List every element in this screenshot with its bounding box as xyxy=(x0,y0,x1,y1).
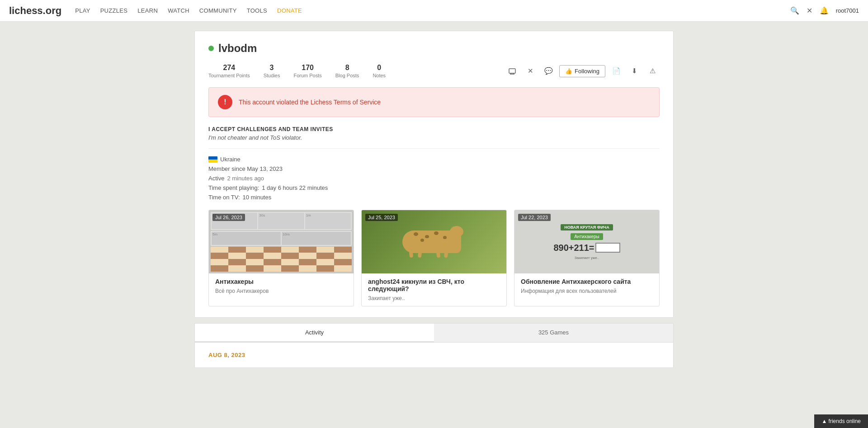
blog-post-card-post-1[interactable]: 15s 30s 1m 5m 10m Jul 26, 2023 Антихакер… xyxy=(208,210,354,306)
svg-rect-0 xyxy=(509,69,515,73)
active-row: Active 2 minutes ago xyxy=(208,175,660,182)
stats-actions: ✕ 💬 👍 Following 📄 ⬇ ⚠ xyxy=(505,64,660,78)
time-tv-row: Time on TV: 10 minutes xyxy=(208,194,660,201)
tos-violation-text: This account violated the Lichess Terms … xyxy=(239,99,381,106)
blog-post-desc-post-1: Всё про Антихакеров xyxy=(215,288,347,294)
bio-section: I ACCEPT CHALLENGES AND TEAM INVITES I'm… xyxy=(208,126,660,141)
main-content: lvbodm 274 Tournament Points3 Studies170… xyxy=(194,22,674,377)
bio-title: I ACCEPT CHALLENGES AND TEAM INVITES xyxy=(208,126,660,132)
online-status-dot xyxy=(208,46,214,51)
time-playing-value: 1 day 6 hours 22 minutes xyxy=(262,184,328,191)
friends-online-label: ▲ friends online xyxy=(821,418,861,424)
download-icon[interactable]: ⬇ xyxy=(627,64,642,78)
blog-post-thumb-post-3: НОВАЯ КРУТАЯ ФИЧА Антихакеры 890+211= За… xyxy=(514,210,659,273)
blog-post-thumb-post-1: 15s 30s 1m 5m 10m Jul 26, 2023 xyxy=(209,210,354,273)
active-label: Active xyxy=(208,175,224,182)
time-tv-label: Time on TV: xyxy=(208,194,240,201)
ukraine-flag-icon xyxy=(208,156,217,163)
stat-label-studies: Studies xyxy=(264,73,280,78)
blog-post-info-post-2: anghost24 кикнули из СВЧ, кто следующий?… xyxy=(362,273,506,306)
top-navigation: lichess.org PLAYPUZZLESLEARNWATCHCOMMUNI… xyxy=(0,0,868,22)
blog-post-date-post-3: Jul 22, 2023 xyxy=(518,214,551,221)
stat-label-tournament-points: Tournament Points xyxy=(208,73,250,78)
blog-post-card-post-2[interactable]: Jul 25, 2023 anghost24 кикнули из СВЧ, к… xyxy=(361,210,507,306)
nav-link-tools[interactable]: TOOLS xyxy=(247,7,267,14)
nav-link-play[interactable]: PLAY xyxy=(75,7,90,14)
time-playing-row: Time spent playing: 1 day 6 hours 22 min… xyxy=(208,184,660,191)
country-row: Ukraine xyxy=(208,156,660,163)
notification-icon[interactable]: 🔔 xyxy=(820,6,829,15)
blog-post-card-post-3[interactable]: НОВАЯ КРУТАЯ ФИЧА Антихакеры 890+211= За… xyxy=(514,210,660,306)
stats-left: 274 Tournament Points3 Studies170 Forum … xyxy=(208,64,386,78)
following-thumb-icon: 👍 xyxy=(565,68,572,75)
search-icon[interactable]: 🔍 xyxy=(790,6,799,15)
time-playing-label: Time spent playing: xyxy=(208,184,259,191)
nav-link-learn[interactable]: LEARN xyxy=(137,7,158,14)
tos-alert-icon: ! xyxy=(218,95,232,109)
nav-link-donate[interactable]: DONATE xyxy=(277,7,302,14)
nav-link-community[interactable]: COMMUNITY xyxy=(199,7,237,14)
blog-post-desc-post-2: Закипает уже.. xyxy=(368,295,500,301)
blog-post-title-post-1: Антихакеры xyxy=(215,278,347,285)
friends-online-bar[interactable]: ▲ friends online xyxy=(814,414,868,428)
tos-violation-banner: ! This account violated the Lichess Term… xyxy=(208,87,660,117)
stat-notes: 0 Notes xyxy=(373,64,386,78)
blog-post-date-post-1: Jul 26, 2023 xyxy=(212,214,245,221)
blog-post-desc-post-3: Информация для всех пользователей xyxy=(521,288,653,294)
stat-value-forum-posts: 170 xyxy=(302,64,314,72)
activity-date: AUG 8, 2023 xyxy=(208,352,660,358)
stat-label-forum-posts: Forum Posts xyxy=(293,73,321,78)
active-time: 2 minutes ago xyxy=(227,175,264,182)
stat-forum-posts: 170 Forum Posts xyxy=(293,64,321,78)
following-label: Following xyxy=(575,68,599,75)
profile-username: lvbodm xyxy=(218,42,257,55)
stat-studies: 3 Studies xyxy=(264,64,280,78)
activity-section: AUG 8, 2023 xyxy=(195,343,673,367)
nav-links: PLAYPUZZLESLEARNWATCHCOMMUNITYTOOLSDONAT… xyxy=(75,7,790,14)
bio-subtitle: I'm not cheater and not ToS violator. xyxy=(208,134,660,141)
blog-posts-section: 15s 30s 1m 5m 10m Jul 26, 2023 Антихакер… xyxy=(208,210,660,306)
logo[interactable]: lichess.org xyxy=(9,5,61,17)
tab-games[interactable]: 325 Games xyxy=(434,324,673,342)
blog-post-date-post-2: Jul 25, 2023 xyxy=(365,214,398,221)
stat-value-notes: 0 xyxy=(377,64,381,72)
blog-post-title-post-3: Обновление Антихакерского сайта xyxy=(521,278,653,285)
member-since-text: Member since May 13, 2023 xyxy=(208,165,283,172)
profile-header: lvbodm xyxy=(208,42,660,55)
stat-value-studies: 3 xyxy=(270,64,274,72)
divider xyxy=(208,148,660,149)
stat-tournament-points: 274 Tournament Points xyxy=(208,64,250,78)
stats-row: 274 Tournament Points3 Studies170 Forum … xyxy=(208,64,660,78)
stat-label-notes: Notes xyxy=(373,73,386,78)
stat-label-blog-posts: Blog Posts xyxy=(335,73,359,78)
tab-activity[interactable]: Activity xyxy=(195,324,434,342)
stat-value-tournament-points: 274 xyxy=(223,64,236,72)
tabs-section: Activity325 Games AUG 8, 2023 xyxy=(194,323,674,368)
nav-link-watch[interactable]: WATCH xyxy=(168,7,189,14)
nav-right: 🔍 ✕ 🔔 root7001 xyxy=(790,6,859,15)
meta-info: Ukraine Member since May 13, 2023 Active… xyxy=(208,156,660,201)
blog-post-thumb-post-2: Jul 25, 2023 xyxy=(362,210,506,273)
nav-link-puzzles[interactable]: PUZZLES xyxy=(100,7,128,14)
following-button[interactable]: 👍 Following xyxy=(559,65,605,77)
member-since-row: Member since May 13, 2023 xyxy=(208,165,660,172)
blog-post-title-post-2: anghost24 кикнули из СВЧ, кто следующий? xyxy=(368,278,500,292)
current-user[interactable]: root7001 xyxy=(836,7,859,14)
country-name: Ukraine xyxy=(220,156,241,163)
tabs-header: Activity325 Games xyxy=(195,324,673,343)
stat-blog-posts: 8 Blog Posts xyxy=(335,64,359,78)
challenge-cross-icon[interactable]: ✕ xyxy=(523,64,538,78)
stat-value-blog-posts: 8 xyxy=(345,64,349,72)
blog-post-info-post-3: Обновление Антихакерского сайта Информац… xyxy=(514,273,659,299)
document-icon[interactable]: 📄 xyxy=(609,64,623,78)
chat-icon[interactable]: 💬 xyxy=(541,64,556,78)
report-icon[interactable]: ⚠ xyxy=(645,64,660,78)
time-tv-value: 10 minutes xyxy=(243,194,272,201)
profile-card: lvbodm 274 Tournament Points3 Studies170… xyxy=(194,31,674,318)
close-icon[interactable]: ✕ xyxy=(807,6,812,15)
blog-post-info-post-1: Антихакеры Всё про Антихакеров xyxy=(209,273,354,299)
tv-icon[interactable] xyxy=(505,64,519,78)
